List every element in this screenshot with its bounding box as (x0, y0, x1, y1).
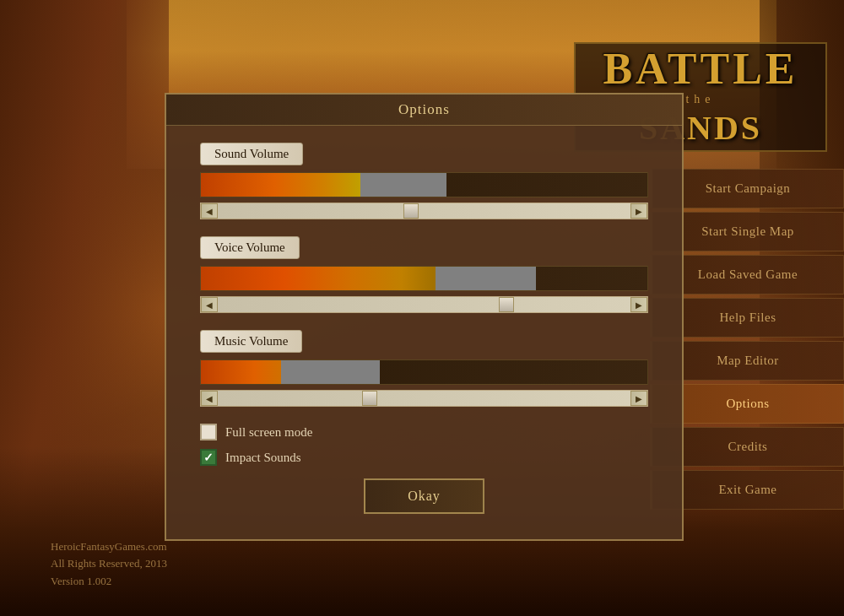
okay-button-container: Okay (200, 478, 648, 514)
voice-volume-fill (201, 267, 536, 290)
options-title-bar: Options (166, 95, 682, 126)
voice-slider-right-arrow[interactable]: ▶ (630, 297, 647, 312)
title-the-text: the (685, 93, 715, 106)
voice-slider-thumb[interactable] (499, 297, 514, 312)
music-volume-section: Music Volume ◀ ▶ (200, 330, 648, 407)
options-title: Options (398, 101, 450, 117)
voice-volume-section: Voice Volume ◀ ▶ (200, 236, 648, 313)
checkmark-icon: ✓ (203, 451, 214, 465)
voice-volume-label[interactable]: Voice Volume (200, 236, 300, 259)
fullscreen-row: Full screen mode (200, 424, 648, 440)
options-dialog: Options Sound Volume ◀ ▶ Voice Volume (165, 93, 684, 541)
sound-volume-label[interactable]: Sound Volume (200, 143, 303, 165)
website-text: HeroicFantasyGames.com (51, 538, 167, 556)
impact-sounds-checkbox[interactable]: ✓ (200, 449, 217, 466)
fullscreen-label: Full screen mode (225, 425, 312, 440)
sound-volume-fill (201, 173, 446, 197)
okay-button[interactable]: Okay (364, 478, 484, 514)
sound-slider-right-arrow[interactable]: ▶ (630, 203, 647, 219)
checkbox-section: Full screen mode ✓ Impact Sounds (200, 424, 648, 466)
options-body: Sound Volume ◀ ▶ Voice Volume ◀ (166, 126, 682, 539)
music-volume-fill (201, 360, 380, 384)
version-text: Version 1.002 (51, 573, 167, 591)
music-volume-label[interactable]: Music Volume (200, 330, 302, 353)
music-volume-slider[interactable]: ◀ ▶ (200, 390, 648, 407)
music-slider-thumb[interactable] (362, 391, 377, 406)
voice-slider-inner (218, 297, 630, 312)
music-slider-left-arrow[interactable]: ◀ (201, 391, 218, 406)
rights-text: All Rights Reserved, 2013 (51, 555, 167, 573)
sound-volume-slider[interactable]: ◀ ▶ (200, 203, 648, 219)
bottom-text: HeroicFantasyGames.com All Rights Reserv… (51, 538, 167, 591)
sound-slider-inner (218, 203, 630, 219)
title-battle-text: BATTLE (603, 47, 798, 91)
sound-slider-thumb[interactable] (403, 203, 419, 219)
sound-volume-section: Sound Volume ◀ ▶ (200, 143, 648, 219)
music-volume-bar (200, 359, 648, 385)
voice-slider-left-arrow[interactable]: ◀ (201, 297, 218, 312)
sound-volume-bar (200, 172, 648, 197)
impact-sounds-row: ✓ Impact Sounds (200, 449, 648, 466)
impact-sounds-label: Impact Sounds (225, 451, 301, 465)
music-slider-inner (218, 391, 630, 406)
voice-volume-bar (200, 266, 648, 291)
voice-volume-slider[interactable]: ◀ ▶ (200, 296, 648, 313)
fullscreen-checkbox[interactable] (200, 424, 217, 440)
music-slider-right-arrow[interactable]: ▶ (630, 391, 647, 406)
sound-slider-left-arrow[interactable]: ◀ (201, 203, 218, 219)
